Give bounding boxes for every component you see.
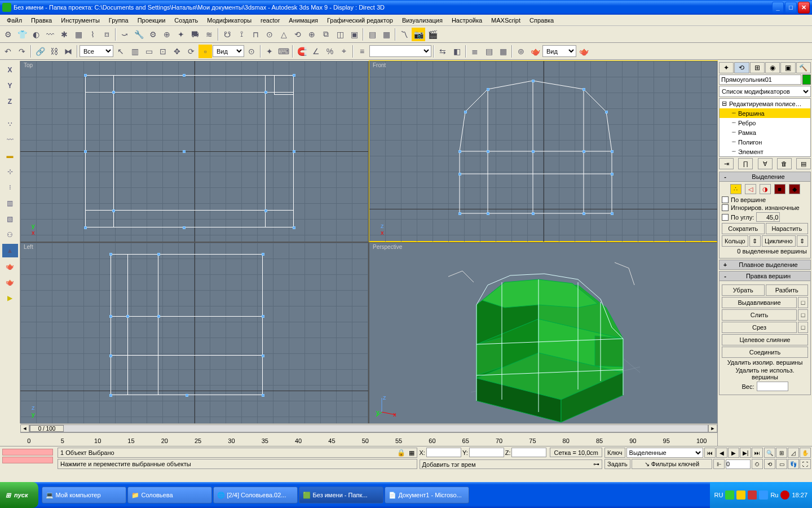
mirror-icon[interactable]: ⇆ (436, 45, 449, 58)
subobj-vertex-icon[interactable]: ∴ (730, 184, 742, 194)
time-slider-track[interactable]: 0 / 100 (29, 424, 708, 432)
set-key-button[interactable]: Задать (604, 459, 630, 469)
ring-button[interactable]: Кольцо (722, 235, 748, 247)
menu-create[interactable]: Создать (170, 16, 202, 25)
extrude-settings-icon[interactable]: □ (798, 297, 808, 308)
percent-snap-icon[interactable]: % (323, 45, 337, 58)
nav-pan-icon[interactable]: ✋ (800, 448, 811, 458)
stack-root[interactable]: ⊟ Редактируемая полисе… (720, 99, 810, 108)
stack-edge[interactable]: ┈ Ребро (720, 118, 810, 128)
window-cross-icon[interactable]: ⊡ (156, 45, 170, 58)
cloth-icon[interactable]: 👕 (15, 28, 29, 41)
angle-spinner[interactable] (756, 212, 780, 222)
nav-region-icon[interactable]: ▭ (776, 459, 787, 469)
ragdoll-icon[interactable]: ☋ (220, 28, 234, 41)
render-icon[interactable]: 🎬 (426, 28, 439, 41)
stack-polygon[interactable]: ┈ Полигон (720, 137, 810, 147)
menu-edit[interactable]: Правка (27, 16, 56, 25)
tab-utilities-icon[interactable]: 🔨 (796, 62, 811, 73)
menu-maxscript[interactable]: MAXScript (487, 16, 525, 25)
menu-graph[interactable]: Графический редактор (323, 16, 398, 25)
hinge-icon[interactable]: ⊓ (249, 28, 262, 41)
y-constraint[interactable]: Y (2, 79, 18, 93)
move-icon[interactable]: ✥ (170, 45, 184, 58)
path-icon[interactable]: 〰 (2, 133, 18, 147)
spring-icon[interactable]: ⌇ (86, 28, 99, 41)
chk-ignore-back[interactable] (722, 204, 729, 211)
motor-icon[interactable]: ⊕ (160, 28, 174, 41)
menu-group[interactable]: Группа (104, 16, 133, 25)
chamfer-settings-icon[interactable]: □ (798, 322, 808, 333)
tray-icon-3[interactable] (748, 491, 757, 500)
sphere-icon[interactable]: ◐ (29, 28, 43, 41)
connect-button[interactable]: Соединить (722, 347, 808, 358)
tab-hierarchy-icon[interactable]: ⊞ (750, 62, 765, 73)
tray-lang[interactable]: RU (714, 492, 723, 498)
start-button[interactable]: ⊞пуск (0, 482, 38, 508)
target-weld-button[interactable]: Целевое слияние (722, 334, 808, 345)
clone-icon[interactable]: ▥ (2, 196, 18, 210)
auto-key-button[interactable]: Ключ (604, 448, 625, 458)
remove-iso-button[interactable]: Удалить изолир. вершины (723, 359, 807, 366)
menu-reactor[interactable]: reactor (256, 16, 284, 25)
spacing-icon[interactable]: ⁝ (2, 181, 18, 194)
minimize-button[interactable]: _ (772, 2, 784, 14)
material-icon[interactable]: ⊚ (514, 45, 528, 58)
play-anim-icon[interactable]: ▶ (728, 448, 739, 458)
time-slider-thumb[interactable]: 0 / 100 (30, 425, 64, 432)
key-filters-button[interactable]: ↘ Фильтры ключей (632, 459, 712, 469)
subobj-edge-icon[interactable]: ◁ (745, 184, 756, 194)
pivot-icon[interactable]: ⊙ (245, 45, 258, 58)
shrink-button[interactable]: Сократить (722, 223, 765, 234)
z-coord-field[interactable] (511, 448, 546, 457)
viewport-left[interactable]: Left zy (20, 243, 368, 423)
task-folder[interactable]: 📁 Соловьева (127, 487, 212, 503)
preview-icon[interactable]: ▣ (347, 28, 361, 41)
teapot-left2-icon[interactable]: 🫖 (2, 275, 18, 289)
render-setup-icon[interactable]: 📷 (412, 28, 425, 41)
maximize-button[interactable]: □ (785, 2, 797, 14)
ref-coord-dropdown[interactable]: Вид (213, 45, 244, 57)
manipulate-icon[interactable]: ✦ (263, 45, 276, 58)
tab-motion-icon[interactable]: ◉ (765, 62, 780, 73)
unlink-icon[interactable]: ⛓ (47, 45, 61, 58)
modifier-list-dropdown[interactable]: Список модификаторов (719, 86, 811, 97)
layer-mgr-icon[interactable]: ▦ (379, 28, 393, 41)
task-browser[interactable]: 🌐 [2/4] Соловьева.02... (213, 487, 298, 503)
redo-icon[interactable]: ↷ (15, 45, 29, 58)
select-name-icon[interactable]: ▥ (128, 45, 142, 58)
teapot-left-icon[interactable]: 🫖 (2, 260, 18, 273)
time-ruler[interactable]: 0510152025303540455055606570758085909510… (20, 433, 717, 445)
tab-modify-icon[interactable]: ⟲ (734, 62, 749, 73)
angle-snap-icon[interactable]: ∠ (309, 45, 323, 58)
wave-icon[interactable]: ≋ (202, 28, 216, 41)
link-icon[interactable]: ⧉ (319, 28, 333, 41)
viewport-top[interactable]: Top yx (20, 61, 368, 242)
wand-icon[interactable]: ⤻ (118, 28, 131, 41)
extrude-button[interactable]: Выдавливание (722, 297, 797, 308)
car-icon[interactable]: ⛟ (188, 28, 202, 41)
quick-render-icon[interactable]: 🫖 (577, 45, 590, 58)
task-mycomputer[interactable]: 💻 Мой компьютер (42, 487, 126, 503)
select-icon[interactable]: ↖ (114, 45, 127, 58)
time-scroll-left[interactable]: ◄ (20, 424, 29, 432)
menu-customize[interactable]: Настройка (447, 16, 487, 25)
wrench-icon[interactable]: 🔧 (132, 28, 145, 41)
task-word[interactable]: 📄 Документ1 - Microso... (385, 487, 469, 503)
play-icon[interactable]: ▶ (2, 291, 18, 305)
particles-icon[interactable]: ∵ (2, 117, 18, 131)
array-icon[interactable]: ▬ (2, 149, 18, 163)
bind-icon[interactable]: ⧓ (61, 45, 75, 58)
ring-spinner[interactable]: ⇕ (749, 235, 761, 247)
object-name-field[interactable] (719, 75, 801, 85)
gear-icon[interactable]: ⚙ (146, 28, 160, 41)
chk-by-vertex[interactable] (722, 196, 729, 203)
snap-icon[interactable]: 🧲 (295, 45, 308, 58)
layer-3-icon[interactable]: ▦ (496, 45, 510, 58)
rollout-editv-header[interactable]: -Правка вершин (719, 271, 811, 281)
y-coord-field[interactable] (469, 448, 504, 457)
teapot-icon[interactable]: 🫖 (528, 45, 542, 58)
wind-icon[interactable]: ✱ (58, 28, 71, 41)
nav-zoom-icon[interactable]: 🔍 (764, 448, 775, 458)
menu-help[interactable]: Справка (525, 16, 558, 25)
